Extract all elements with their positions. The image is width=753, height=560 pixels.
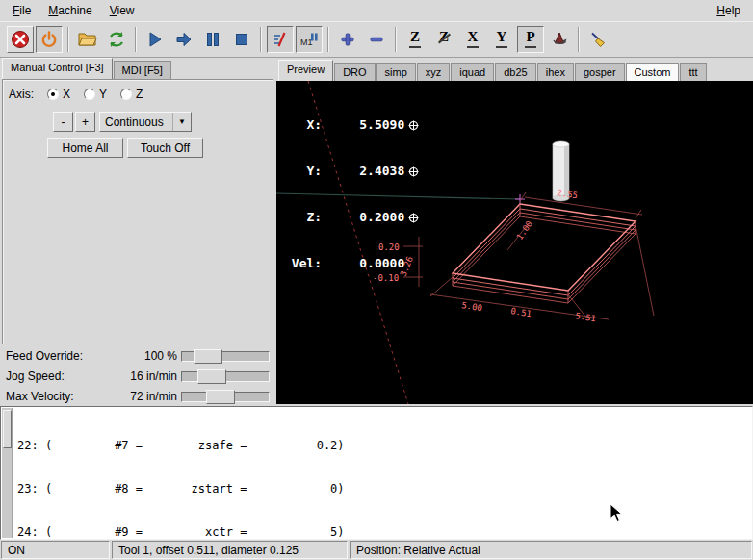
tab-db25[interactable]: db25 (495, 63, 535, 81)
tab-simp[interactable]: simp (376, 63, 416, 81)
feed-override-label: Feed Override: (6, 349, 83, 363)
override-sliders: Feed Override: 100 % Jog Speed: 16 in/mi… (2, 346, 273, 407)
clear-plot-icon (589, 31, 607, 48)
max-velocity-slider[interactable] (181, 392, 270, 402)
view-front-icon: Y (494, 30, 509, 49)
estop-button[interactable] (7, 26, 34, 53)
jog-row: - + Continuous ▼ (53, 112, 192, 132)
tab-custom[interactable]: Custom (626, 63, 680, 81)
status-bar: ON Tool 1, offset 0.511, diameter 0.125 … (0, 540, 753, 560)
optional-pause-icon: M1 (299, 31, 319, 48)
homed-icon (408, 213, 419, 223)
zoom-out-icon (369, 32, 384, 47)
feed-override-thumb[interactable] (194, 349, 222, 364)
toolbar-separator (135, 27, 137, 52)
menu-file[interactable]: File (4, 1, 39, 20)
tab-iquad[interactable]: iquad (451, 63, 494, 81)
readout-vel: Vel: 0.0000 (284, 256, 404, 271)
feed-override-row: Feed Override: 100 % (2, 346, 273, 367)
jog-speed-slider[interactable] (181, 371, 270, 382)
optional-pause-button[interactable]: M1 (296, 26, 323, 53)
max-velocity-thumb[interactable] (206, 390, 235, 404)
left-tabs: Manual Control [F3] MDI [F5] (2, 58, 172, 79)
home-row: Home All Touch Off (47, 138, 207, 158)
view-perspective-button[interactable]: P (517, 26, 544, 53)
max-velocity-label: Max Velocity: (6, 390, 74, 403)
zoom-in-button[interactable] (334, 26, 361, 53)
feed-override-value: 100 % (144, 349, 177, 363)
gcode-scrollbar-thumb[interactable] (3, 410, 12, 448)
tab-manual-control[interactable]: Manual Control [F3] (2, 58, 113, 79)
stop-program-button[interactable] (228, 26, 255, 53)
dim-label: 1.00 (514, 219, 534, 242)
jog-plus-button[interactable]: + (75, 112, 95, 132)
open-folder-icon (78, 31, 97, 48)
preview-canvas[interactable]: 2.55 1.00 0.20 3.26 -0.10 5.00 0.51 5.51… (276, 81, 753, 404)
tab-ttt[interactable]: ttt (680, 63, 706, 81)
view-front-button[interactable]: Y (488, 26, 515, 53)
menu-help[interactable]: Help (708, 1, 749, 20)
step-line-button[interactable] (170, 26, 197, 53)
gcode-line: 23: ( #8 = zstart = 0) (17, 482, 434, 496)
open-file-button[interactable] (74, 26, 101, 53)
jog-speed-thumb[interactable] (197, 369, 226, 384)
zoom-out-button[interactable] (363, 26, 390, 53)
reload-icon (107, 30, 126, 49)
jog-mode-dropdown[interactable]: Continuous ▼ (99, 112, 192, 132)
pause-icon (204, 31, 221, 48)
skip-lines-button[interactable] (267, 26, 294, 53)
run-icon (146, 31, 164, 48)
jog-speed-value: 16 in/min (130, 369, 177, 383)
dim-label: 5.00 (461, 300, 483, 313)
home-all-button[interactable]: Home All (47, 138, 123, 158)
menu-machine[interactable]: Machine (39, 1, 100, 20)
homed-icon (408, 166, 419, 177)
jog-minus-button[interactable]: - (53, 112, 73, 132)
svg-text:M1: M1 (300, 38, 313, 47)
view-rotated-top-button[interactable]: Z (430, 26, 457, 53)
menu-view[interactable]: View (101, 1, 143, 20)
max-velocity-row: Max Velocity: 72 in/min (2, 387, 273, 407)
toolbar-separator (260, 27, 262, 52)
manual-control-frame: Axis: X Y Z - + Continuous (2, 79, 273, 344)
feed-override-slider[interactable] (181, 351, 270, 362)
tab-ihex[interactable]: ihex (537, 63, 574, 81)
max-velocity-value: 72 in/min (130, 390, 177, 403)
radio-y-icon[interactable] (84, 89, 95, 100)
gcode-listing[interactable]: 22: ( #7 = zsafe = 0.2) 23: ( #8 = zstar… (0, 406, 753, 540)
tab-dro[interactable]: DRO (334, 63, 375, 81)
linuxcnc-axis-window: File Machine View Help (0, 0, 753, 560)
tab-gosper[interactable]: gosper (575, 63, 625, 81)
chevron-down-icon: ▼ (172, 113, 186, 131)
pause-program-button[interactable] (199, 26, 226, 53)
view-top-icon: Z (407, 30, 423, 49)
rotate-view-button[interactable] (546, 26, 573, 53)
jog-speed-row: Jog Speed: 16 in/min (2, 367, 273, 387)
machine-power-button[interactable] (36, 26, 63, 53)
touch-off-button[interactable]: Touch Off (127, 138, 203, 158)
stop-icon (233, 31, 250, 48)
tab-xyz[interactable]: xyz (417, 63, 451, 81)
skip-lines-icon (272, 31, 289, 48)
jog-speed-label: Jog Speed: (6, 369, 65, 383)
reload-file-button[interactable] (103, 26, 130, 53)
toolpath-stack (453, 204, 636, 303)
view-side-button[interactable]: X (459, 26, 486, 53)
radio-z-icon[interactable] (120, 89, 132, 100)
view-top-button[interactable]: Z (402, 26, 428, 53)
axis-radio-y[interactable]: Y (84, 88, 107, 101)
radio-x-icon[interactable] (47, 89, 59, 100)
tab-mdi[interactable]: MDI [F5] (114, 61, 171, 79)
axis-radio-z[interactable]: Z (120, 88, 143, 101)
view-side-icon: X (465, 30, 480, 49)
run-program-button[interactable] (142, 26, 169, 53)
step-arrow-icon (175, 31, 193, 48)
axis-radio-x[interactable]: X (47, 88, 70, 101)
axis-label: Axis: (9, 88, 34, 101)
power-icon (40, 31, 58, 48)
clear-plot-button[interactable] (584, 26, 611, 53)
tab-preview[interactable]: Preview (278, 60, 333, 81)
view-perspective-icon: P (523, 30, 538, 49)
gcode-scrollbar[interactable] (2, 408, 13, 538)
gcode-line: 22: ( #7 = zsafe = 0.2) (17, 439, 434, 453)
